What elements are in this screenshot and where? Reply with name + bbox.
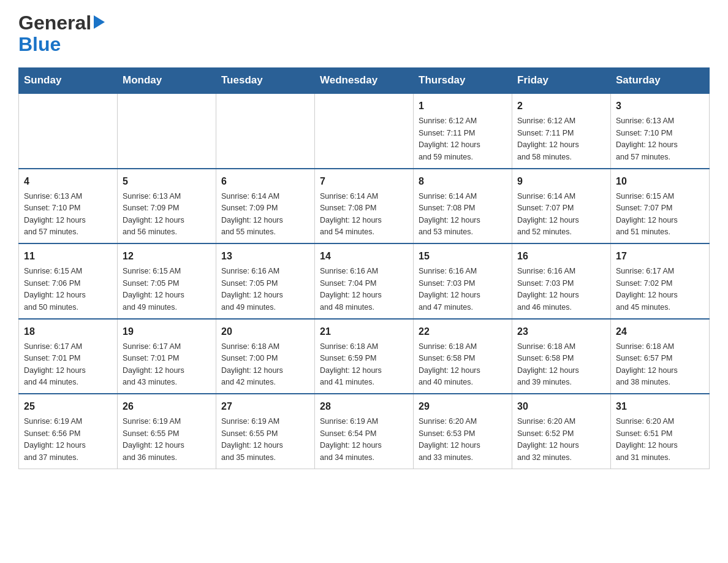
- day-number: 16: [517, 249, 605, 264]
- logo-general-text: General: [18, 12, 91, 34]
- day-number: 30: [517, 399, 605, 414]
- calendar-cell: 20Sunrise: 6:18 AM Sunset: 7:00 PM Dayli…: [216, 319, 315, 394]
- logo-blue-text: Blue: [18, 34, 61, 55]
- day-info: Sunrise: 6:13 AM Sunset: 7:09 PM Dayligh…: [123, 191, 211, 239]
- calendar-cell: 9Sunrise: 6:14 AM Sunset: 7:07 PM Daylig…: [512, 169, 611, 244]
- logo: General Blue: [18, 12, 105, 55]
- calendar-cell: 10Sunrise: 6:15 AM Sunset: 7:07 PM Dayli…: [611, 169, 710, 244]
- calendar-cell: 24Sunrise: 6:18 AM Sunset: 6:57 PM Dayli…: [611, 319, 710, 394]
- day-info: Sunrise: 6:18 AM Sunset: 6:58 PM Dayligh…: [419, 341, 507, 389]
- weekday-header: Tuesday: [216, 68, 315, 94]
- weekday-header: Thursday: [414, 68, 512, 94]
- day-number: 8: [419, 174, 507, 189]
- day-number: 3: [616, 99, 704, 113]
- calendar-table: SundayMondayTuesdayWednesdayThursdayFrid…: [18, 67, 710, 469]
- day-info: Sunrise: 6:13 AM Sunset: 7:10 PM Dayligh…: [616, 115, 704, 163]
- day-number: 2: [517, 99, 605, 113]
- calendar-cell: 6Sunrise: 6:14 AM Sunset: 7:09 PM Daylig…: [216, 169, 315, 244]
- day-info: Sunrise: 6:15 AM Sunset: 7:05 PM Dayligh…: [123, 266, 211, 313]
- day-info: Sunrise: 6:14 AM Sunset: 7:08 PM Dayligh…: [419, 191, 507, 239]
- calendar-cell: 14Sunrise: 6:16 AM Sunset: 7:04 PM Dayli…: [315, 243, 414, 319]
- calendar-cell: 16Sunrise: 6:16 AM Sunset: 7:03 PM Dayli…: [512, 243, 611, 319]
- day-number: 18: [24, 324, 112, 339]
- calendar-cell: 4Sunrise: 6:13 AM Sunset: 7:10 PM Daylig…: [19, 169, 118, 244]
- day-info: Sunrise: 6:12 AM Sunset: 7:11 PM Dayligh…: [419, 115, 507, 163]
- week-row: 11Sunrise: 6:15 AM Sunset: 7:06 PM Dayli…: [19, 243, 710, 319]
- day-info: Sunrise: 6:16 AM Sunset: 7:03 PM Dayligh…: [419, 266, 507, 313]
- calendar-cell: 11Sunrise: 6:15 AM Sunset: 7:06 PM Dayli…: [19, 243, 118, 319]
- day-info: Sunrise: 6:17 AM Sunset: 7:01 PM Dayligh…: [24, 341, 112, 389]
- day-info: Sunrise: 6:15 AM Sunset: 7:07 PM Dayligh…: [616, 191, 704, 239]
- day-number: 19: [123, 324, 211, 339]
- calendar-cell: 5Sunrise: 6:13 AM Sunset: 7:09 PM Daylig…: [118, 169, 216, 244]
- day-info: Sunrise: 6:16 AM Sunset: 7:03 PM Dayligh…: [517, 266, 605, 313]
- day-number: 13: [221, 249, 309, 264]
- day-info: Sunrise: 6:19 AM Sunset: 6:55 PM Dayligh…: [123, 416, 211, 464]
- calendar-cell: 15Sunrise: 6:16 AM Sunset: 7:03 PM Dayli…: [414, 243, 512, 319]
- day-number: 26: [123, 399, 211, 414]
- calendar-cell: 21Sunrise: 6:18 AM Sunset: 6:59 PM Dayli…: [315, 319, 414, 394]
- calendar-cell: 3Sunrise: 6:13 AM Sunset: 7:10 PM Daylig…: [611, 93, 710, 169]
- logo-line1: General: [18, 12, 105, 34]
- day-info: Sunrise: 6:20 AM Sunset: 6:51 PM Dayligh…: [616, 416, 704, 464]
- calendar-cell: 19Sunrise: 6:17 AM Sunset: 7:01 PM Dayli…: [118, 319, 216, 394]
- day-number: 28: [320, 399, 408, 414]
- day-number: 22: [419, 324, 507, 339]
- day-info: Sunrise: 6:19 AM Sunset: 6:56 PM Dayligh…: [24, 416, 112, 464]
- day-number: 25: [24, 399, 112, 414]
- calendar-cell: 8Sunrise: 6:14 AM Sunset: 7:08 PM Daylig…: [414, 169, 512, 244]
- weekday-header: Wednesday: [315, 68, 414, 94]
- week-row: 1Sunrise: 6:12 AM Sunset: 7:11 PM Daylig…: [19, 93, 710, 169]
- calendar-cell: 28Sunrise: 6:19 AM Sunset: 6:54 PM Dayli…: [315, 394, 414, 469]
- day-info: Sunrise: 6:20 AM Sunset: 6:53 PM Dayligh…: [419, 416, 507, 464]
- day-number: 17: [616, 249, 704, 264]
- day-info: Sunrise: 6:17 AM Sunset: 7:01 PM Dayligh…: [123, 341, 211, 389]
- calendar-cell: 27Sunrise: 6:19 AM Sunset: 6:55 PM Dayli…: [216, 394, 315, 469]
- calendar-cell: [19, 93, 118, 169]
- calendar-cell: 1Sunrise: 6:12 AM Sunset: 7:11 PM Daylig…: [414, 93, 512, 169]
- calendar-cell: [118, 93, 216, 169]
- calendar-cell: 22Sunrise: 6:18 AM Sunset: 6:58 PM Dayli…: [414, 319, 512, 394]
- day-number: 23: [517, 324, 605, 339]
- day-number: 24: [616, 324, 704, 339]
- weekday-header: Monday: [118, 68, 216, 94]
- day-number: 12: [123, 249, 211, 264]
- day-info: Sunrise: 6:14 AM Sunset: 7:08 PM Dayligh…: [320, 191, 408, 239]
- calendar-cell: 31Sunrise: 6:20 AM Sunset: 6:51 PM Dayli…: [611, 394, 710, 469]
- day-number: 29: [419, 399, 507, 414]
- calendar-cell: 12Sunrise: 6:15 AM Sunset: 7:05 PM Dayli…: [118, 243, 216, 319]
- calendar-cell: 29Sunrise: 6:20 AM Sunset: 6:53 PM Dayli…: [414, 394, 512, 469]
- day-info: Sunrise: 6:18 AM Sunset: 6:58 PM Dayligh…: [517, 341, 605, 389]
- calendar-cell: 2Sunrise: 6:12 AM Sunset: 7:11 PM Daylig…: [512, 93, 611, 169]
- day-number: 27: [221, 399, 309, 414]
- day-info: Sunrise: 6:18 AM Sunset: 6:57 PM Dayligh…: [616, 341, 704, 389]
- day-info: Sunrise: 6:16 AM Sunset: 7:04 PM Dayligh…: [320, 266, 408, 313]
- day-info: Sunrise: 6:14 AM Sunset: 7:07 PM Dayligh…: [517, 191, 605, 239]
- day-number: 11: [24, 249, 112, 264]
- day-number: 21: [320, 324, 408, 339]
- day-number: 20: [221, 324, 309, 339]
- day-number: 1: [419, 99, 507, 113]
- page-header: General Blue: [18, 12, 710, 55]
- day-number: 6: [221, 174, 309, 189]
- weekday-header: Friday: [512, 68, 611, 94]
- day-info: Sunrise: 6:12 AM Sunset: 7:11 PM Dayligh…: [517, 115, 605, 163]
- day-info: Sunrise: 6:15 AM Sunset: 7:06 PM Dayligh…: [24, 266, 112, 313]
- calendar-cell: 23Sunrise: 6:18 AM Sunset: 6:58 PM Dayli…: [512, 319, 611, 394]
- day-info: Sunrise: 6:18 AM Sunset: 7:00 PM Dayligh…: [221, 341, 309, 389]
- day-number: 4: [24, 174, 112, 189]
- day-info: Sunrise: 6:20 AM Sunset: 6:52 PM Dayligh…: [517, 416, 605, 464]
- calendar-cell: 30Sunrise: 6:20 AM Sunset: 6:52 PM Dayli…: [512, 394, 611, 469]
- day-info: Sunrise: 6:16 AM Sunset: 7:05 PM Dayligh…: [221, 266, 309, 313]
- day-info: Sunrise: 6:19 AM Sunset: 6:54 PM Dayligh…: [320, 416, 408, 464]
- day-number: 31: [616, 399, 704, 414]
- day-number: 15: [419, 249, 507, 264]
- calendar-cell: 17Sunrise: 6:17 AM Sunset: 7:02 PM Dayli…: [611, 243, 710, 319]
- day-number: 14: [320, 249, 408, 264]
- calendar-cell: 26Sunrise: 6:19 AM Sunset: 6:55 PM Dayli…: [118, 394, 216, 469]
- day-info: Sunrise: 6:17 AM Sunset: 7:02 PM Dayligh…: [616, 266, 704, 313]
- day-number: 9: [517, 174, 605, 189]
- day-number: 7: [320, 174, 408, 189]
- day-info: Sunrise: 6:13 AM Sunset: 7:10 PM Dayligh…: [24, 191, 112, 239]
- day-info: Sunrise: 6:18 AM Sunset: 6:59 PM Dayligh…: [320, 341, 408, 389]
